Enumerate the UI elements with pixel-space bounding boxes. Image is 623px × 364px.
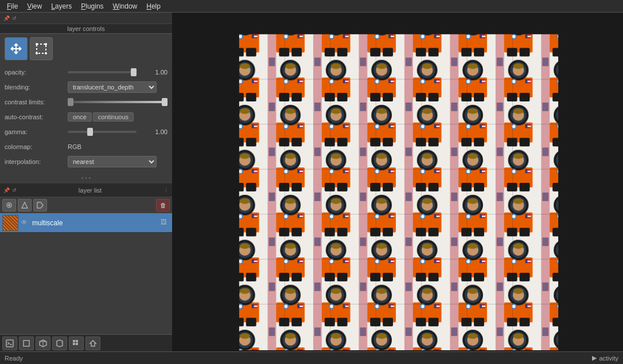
opacity-row: opacity: 1.00 <box>5 66 168 79</box>
terminal-button[interactable] <box>2 336 17 350</box>
menu-layers[interactable]: Layers <box>46 1 76 11</box>
auto-contrast-label: auto-contrast: <box>5 113 68 120</box>
divider-dots: • • • <box>0 173 172 183</box>
blending-control: translucent_no_depth translucent additiv… <box>68 81 168 93</box>
grid-button[interactable] <box>69 336 84 350</box>
canvas-area[interactable] <box>172 13 623 351</box>
activity-arrow-icon: ▶ <box>592 354 597 362</box>
layer-list-panel: 📌 ↺ layer list ⋮ <box>0 183 172 334</box>
auto-contrast-continuous-button[interactable]: continuous <box>93 112 134 122</box>
svg-point-4 <box>45 52 47 54</box>
gamma-slider-container <box>68 131 145 133</box>
colormap-label: colormap: <box>5 143 68 150</box>
svg-text:+: + <box>44 339 46 343</box>
svg-rect-17 <box>73 343 75 345</box>
pin-icon[interactable]: 📌 <box>2 14 10 22</box>
transform-buttons <box>0 34 172 64</box>
move-button[interactable] <box>5 37 28 60</box>
layer-list-refresh-icon[interactable]: ↺ <box>10 186 18 194</box>
bottom-toolbar: + - <box>0 334 172 351</box>
layer-visibility-icon[interactable]: 👁 <box>21 218 30 228</box>
contrast-slider[interactable] <box>68 101 168 103</box>
svg-rect-15 <box>73 340 75 342</box>
layer-controls-panel: 📌 ↺ layer controls <box>0 13 172 183</box>
layer-name: multiscale <box>32 219 161 227</box>
opacity-control: 1.00 <box>68 69 168 76</box>
menu-help[interactable]: Help <box>142 1 165 11</box>
add-labels-button[interactable] <box>33 199 47 212</box>
opacity-label: opacity: <box>5 69 68 76</box>
contrast-handle-left[interactable] <box>68 98 73 106</box>
refresh-icon[interactable]: ↺ <box>10 14 18 22</box>
opacity-value: 1.00 <box>147 69 168 76</box>
interpolation-select[interactable]: nearest linear cubic <box>68 156 157 167</box>
layer-type-icon: 🖼 <box>161 218 170 228</box>
svg-rect-16 <box>76 340 78 342</box>
gamma-label: gamma: <box>5 128 68 135</box>
menu-view[interactable]: View <box>22 1 46 11</box>
main-canvas <box>172 13 623 351</box>
controls-form: opacity: 1.00 blending: translucent_no_d… <box>0 64 172 173</box>
gamma-slider[interactable] <box>68 131 137 133</box>
auto-contrast-control: once continuous <box>68 112 168 122</box>
home-button[interactable] <box>85 336 100 350</box>
square-button[interactable] <box>19 336 34 350</box>
layer-list-title: layer list <box>18 187 162 194</box>
opacity-slider[interactable] <box>68 71 137 73</box>
gamma-control: 1.00 <box>68 128 168 135</box>
interpolation-row: interpolation: nearest linear cubic <box>5 155 168 168</box>
contrast-limits-label: contrast limits: <box>5 99 68 105</box>
interpolation-control: nearest linear cubic <box>68 156 168 167</box>
layer-thumb-image <box>3 216 18 230</box>
colormap-value: RGB <box>68 143 81 150</box>
svg-point-3 <box>36 52 38 54</box>
layer-item[interactable]: 👁 multiscale 🖼 <box>0 213 172 233</box>
opacity-slider-container <box>68 71 145 73</box>
add-shapes-button[interactable] <box>18 199 32 212</box>
transform-button[interactable] <box>30 37 53 60</box>
layer-actions: 🗑 <box>0 197 172 213</box>
gamma-value: 1.00 <box>147 128 168 135</box>
colormap-control: RGB <box>68 143 168 150</box>
blending-label: blending: <box>5 84 68 91</box>
svg-marker-7 <box>22 202 28 208</box>
svg-rect-10 <box>24 340 29 346</box>
blending-select[interactable]: translucent_no_depth translucent additiv… <box>68 81 157 93</box>
svg-rect-36 <box>239 34 558 350</box>
layer-controls-header: layer controls <box>0 24 172 34</box>
layer-list-menu-icon[interactable]: ⋮ <box>162 186 170 194</box>
gamma-row: gamma: 1.00 <box>5 126 168 138</box>
svg-rect-18 <box>76 343 78 345</box>
contrast-limits-control <box>68 101 168 103</box>
layer-list-pin-icon[interactable]: 📌 <box>2 186 10 194</box>
contrast-limits-row: contrast limits: <box>5 96 168 108</box>
cube-remove-button[interactable]: - <box>52 336 67 350</box>
svg-point-6 <box>8 204 10 206</box>
status-activity: ▶ activity <box>592 354 618 362</box>
main-content: 📌 ↺ layer controls <box>0 13 623 351</box>
cube-add-button[interactable]: + <box>36 336 50 350</box>
auto-contrast-buttons: once continuous <box>68 112 134 122</box>
layer-thumbnail <box>2 215 18 231</box>
layer-controls-title: layer controls <box>67 25 104 32</box>
contrast-handle-right[interactable] <box>162 98 168 106</box>
svg-rect-0 <box>37 44 46 53</box>
menu-plugins[interactable]: Plugins <box>76 1 108 11</box>
contrast-track <box>68 101 168 103</box>
auto-contrast-once-button[interactable]: once <box>68 112 92 122</box>
menubar: File View Layers Plugins Window Help <box>0 0 623 13</box>
auto-contrast-row: auto-contrast: once continuous <box>5 111 168 123</box>
colormap-row: colormap: RGB <box>5 140 168 153</box>
menu-window[interactable]: Window <box>108 1 142 11</box>
add-points-button[interactable] <box>2 199 16 212</box>
svg-point-1 <box>36 43 38 45</box>
activity-label: activity <box>599 355 618 362</box>
interpolation-label: interpolation: <box>5 158 68 165</box>
svg-point-2 <box>45 43 47 45</box>
statusbar: Ready ▶ activity <box>0 351 623 364</box>
layers-list: 👁 multiscale 🖼 <box>0 213 172 334</box>
delete-layer-button[interactable]: 🗑 <box>156 199 170 212</box>
menu-file[interactable]: File <box>2 1 22 11</box>
status-ready: Ready <box>5 355 23 362</box>
controls-mini-toolbar: 📌 ↺ <box>0 13 172 24</box>
